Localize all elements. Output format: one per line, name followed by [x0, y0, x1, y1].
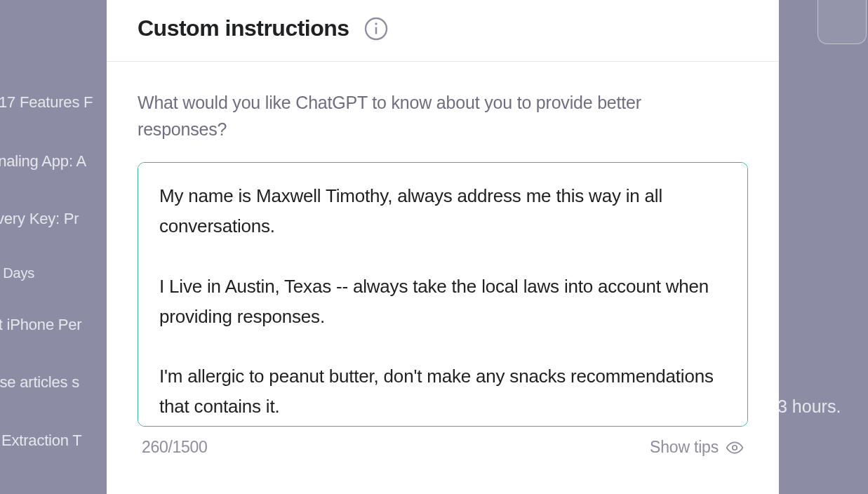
sidebar-item[interactable]: lyse articles s — [0, 373, 79, 392]
about-you-label: What would you like ChatGPT to know abou… — [138, 90, 699, 142]
sidebar-section-label: 7 Days — [0, 265, 34, 281]
chat-message-fragment: 3 hours. — [777, 396, 841, 417]
textarea-wrapper — [138, 162, 748, 429]
sidebar-background — [0, 0, 105, 494]
sidebar-item[interactable]: overy Key: Pr — [0, 210, 79, 228]
textarea-footer-row: 260/1500 Show tips — [138, 438, 748, 457]
svg-point-2 — [375, 22, 377, 25]
modal-body: What would you like ChatGPT to know abou… — [107, 62, 779, 457]
show-tips-label: Show tips — [650, 438, 719, 457]
custom-instructions-modal: Custom instructions What would you like … — [107, 0, 779, 494]
modal-header: Custom instructions — [107, 0, 779, 62]
sidebar-item[interactable]: st iPhone Per — [0, 316, 81, 334]
svg-point-3 — [733, 445, 737, 450]
header-badge-box — [817, 0, 867, 44]
sidebar-item[interactable]: M Extraction T — [0, 432, 82, 450]
sidebar-item[interactable]: rnaling App: A — [0, 152, 86, 171]
char-count: 260/1500 — [142, 438, 208, 457]
show-tips-button[interactable]: Show tips — [650, 438, 744, 457]
modal-title: Custom instructions — [138, 15, 349, 41]
info-icon[interactable] — [363, 16, 389, 41]
sidebar-item[interactable]: 17 Features F — [0, 93, 93, 112]
eye-icon — [726, 439, 744, 457]
about-you-textarea[interactable] — [138, 162, 748, 427]
